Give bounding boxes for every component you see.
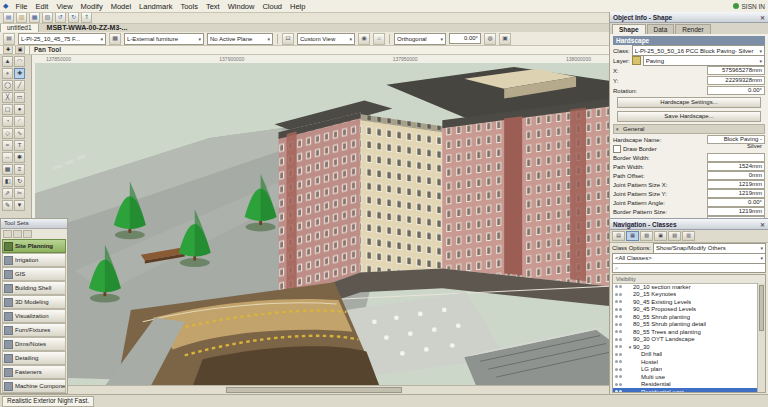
class-row-90-45-existing-levels[interactable]: 90_45 Existing Levels [613, 298, 758, 306]
render-mode-indicator[interactable]: Realistic Exterior Night Fast. [2, 396, 94, 407]
text-tool-icon[interactable]: T [14, 140, 25, 151]
path-offset-field[interactable]: 0mm [707, 171, 765, 180]
pan-interactive-icon[interactable]: ▣ [15, 45, 25, 54]
layer-icon[interactable]: ▤ [3, 33, 15, 45]
tab-shape[interactable]: Shape [612, 24, 646, 34]
references-icon[interactable]: ▥ [682, 231, 695, 241]
visibility-icons[interactable] [613, 353, 627, 356]
menu-item-model[interactable]: Model [107, 2, 135, 11]
menu-item-modify[interactable]: Modify [77, 2, 107, 11]
publish-icon[interactable]: ⇑ [81, 12, 92, 23]
class-row-90-30-oyt-landscape[interactable]: 90_30 OYT Landscape [613, 336, 758, 344]
draw-border-checkbox[interactable] [613, 145, 621, 153]
move-tool-icon[interactable]: ⇗ [2, 188, 13, 199]
design-layers-icon[interactable]: ▤ [612, 231, 625, 241]
selection-tool-icon[interactable]: ▲ [2, 56, 13, 67]
eyedropper-tool-icon[interactable]: ▼ [14, 200, 25, 211]
class-row-drill-hall[interactable]: Drill hall [613, 351, 758, 359]
attribute-tool-icon[interactable]: ✎ [2, 200, 13, 211]
rotate-tool-icon[interactable]: ↻ [14, 176, 25, 187]
saved-views-icon[interactable]: ▨ [668, 231, 681, 241]
tab-data[interactable]: Data [647, 24, 675, 34]
vertical-scrollbar-thumb[interactable] [759, 285, 764, 331]
tool-set-site-planning[interactable]: Site Planning [2, 239, 66, 253]
hatch-tool-icon[interactable]: ▦ [2, 164, 13, 175]
object-info-title-bar[interactable]: Object Info - Shape ✕ [610, 12, 768, 23]
tool-sets-dock-icon[interactable] [3, 230, 12, 238]
symbol-tool-icon[interactable]: ✱ [14, 152, 25, 163]
class-row-90-45-proposed-levels[interactable]: 90_45 Proposed Levels [613, 306, 758, 314]
visibility-icons[interactable] [613, 323, 627, 326]
save-file-icon[interactable]: ▦ [29, 12, 40, 23]
circle-tool-icon[interactable]: ● [14, 104, 25, 115]
redo-icon[interactable]: ↻ [68, 12, 79, 23]
visibility-icons[interactable] [613, 375, 627, 378]
class-search-input[interactable]: ⌕ [612, 263, 766, 273]
border-pattern-size-field[interactable]: 1219mm [707, 207, 765, 216]
lasso-tool-icon[interactable]: ◠ [14, 56, 25, 67]
tool-set-3d-modeling[interactable]: 3D Modeling [2, 295, 66, 309]
sheet-layers-icon[interactable]: ▧ [640, 231, 653, 241]
class-row-80-55-shrub-planting-detail[interactable]: 80_55 Shrub planting detail [613, 321, 758, 329]
class-row-80-55-shrub-planting[interactable]: 80_55 Shrub planting [613, 313, 758, 321]
visibility-icons[interactable] [613, 285, 627, 288]
class-row-residential-east[interactable]: Residential east [613, 388, 758, 392]
stake-tool-icon[interactable]: ⌖ [2, 68, 13, 79]
classes-icon[interactable]: ▦ [626, 231, 639, 241]
tool-set-visualization[interactable]: Visualization [2, 309, 66, 323]
fit-view-icon[interactable]: ⊡ [282, 33, 294, 45]
visibility-icons[interactable] [613, 383, 627, 386]
menu-item-cloud[interactable]: Cloud [258, 2, 286, 11]
class-row-20-15-keynotes[interactable]: 20_15 Keynotes [613, 291, 758, 299]
vertical-scrollbar[interactable] [757, 283, 765, 392]
joint-pattern-angle-field[interactable]: 0.00° [707, 198, 765, 207]
class-icon[interactable]: ▦ [109, 33, 121, 45]
menu-item-view[interactable]: View [52, 2, 76, 11]
menu-item-window[interactable]: Window [224, 2, 259, 11]
user-account-badge[interactable]: SISN IN [742, 3, 765, 10]
class-row-90-30[interactable]: ▾90_30 [613, 343, 758, 351]
class-row-residential[interactable]: Residential [613, 381, 758, 389]
active-class-dropdown[interactable]: L-External furniture▾ [124, 33, 204, 45]
visibility-icons[interactable] [613, 315, 627, 318]
tool-set-building-shell[interactable]: Building Shell [2, 281, 66, 295]
menu-item-tools[interactable]: Tools [176, 2, 202, 11]
view-angle-field[interactable]: 0.00° [449, 33, 481, 44]
dimension-tool-icon[interactable]: ↔ [2, 152, 13, 163]
viewport-3d-scene[interactable] [35, 63, 609, 386]
visibility-icons[interactable] [613, 345, 627, 348]
horizontal-scrollbar[interactable] [28, 385, 609, 394]
active-layer-dropdown[interactable]: L-Pl-25_10_45_75 F...▾ [18, 33, 106, 45]
tool-set-irrigation[interactable]: Irrigation [2, 253, 66, 267]
viewports-icon[interactable]: ▣ [654, 231, 667, 241]
walkthrough-icon[interactable]: ⌂ [373, 33, 385, 45]
polyline-tool-icon[interactable]: ∿ [14, 128, 25, 139]
tool-set-gis[interactable]: GIS [2, 267, 66, 281]
arc-tool-icon[interactable]: ◜ [14, 116, 25, 127]
document-tab-untitled[interactable]: untitled1 [0, 23, 39, 32]
general-section-header[interactable]: General [613, 124, 765, 134]
visibility-icons[interactable] [613, 368, 627, 371]
joint-pattern-size-x-field[interactable]: 1219mm [707, 180, 765, 189]
menu-item-edit[interactable]: Edit [31, 2, 52, 11]
tool-set-machine-components[interactable]: Machine Components [2, 379, 66, 393]
rounded-rectangle-tool-icon[interactable]: ▢ [2, 104, 13, 115]
visibility-icons[interactable] [613, 308, 627, 311]
clip-cube-icon[interactable]: ▣ [499, 33, 511, 45]
navigation-title-bar[interactable]: Navigation - Classes ✕ [610, 219, 768, 230]
rectangle-tool-icon[interactable]: ▭ [14, 92, 25, 103]
tool-sets-menu-icon[interactable] [23, 230, 32, 238]
class-row-20-10-section-marker[interactable]: 20_10 section marker [613, 283, 758, 291]
menu-item-text[interactable]: Text [202, 2, 224, 11]
x-coordinate-field[interactable]: 575965278mm [707, 66, 765, 75]
pan-constrained-icon[interactable]: ✚ [3, 45, 13, 54]
visibility-icons[interactable] [613, 360, 627, 363]
line-tool-icon[interactable]: ╱ [14, 80, 25, 91]
y-coordinate-field[interactable]: 22299328mm [707, 76, 765, 85]
tool-set-fasteners[interactable]: Fasteners [2, 365, 66, 379]
close-icon[interactable]: ✕ [760, 221, 765, 228]
active-plane-dropdown[interactable]: No Active Plane▾ [207, 33, 273, 45]
visibility-icons[interactable] [613, 338, 627, 341]
visibility-icons[interactable] [613, 293, 627, 296]
hardscape-settings-button[interactable]: Hardscape Settings... [617, 97, 762, 108]
